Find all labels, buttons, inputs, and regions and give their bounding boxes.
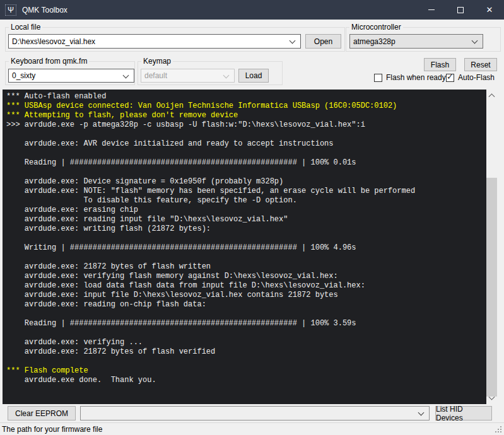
console-line: avrdude.exe: reading input file "D:\hexs… [6, 215, 486, 224]
status-bar: The path for your firmware file [0, 422, 504, 435]
console-line: avrdude.exe: input file D:\hexs\lesovoz_… [6, 291, 486, 300]
console-line: Reading | ##############################… [6, 319, 486, 328]
console-line: Writing | ##############################… [6, 243, 486, 253]
console-line [6, 234, 486, 243]
load-button[interactable]: Load [238, 69, 269, 83]
keymap-value: default [144, 71, 167, 80]
minimize-icon [428, 9, 435, 10]
keyboard-group-label: Keyboard from qmk.fm [9, 57, 89, 66]
auto-flash-checkmark: ✓ [447, 72, 454, 81]
scrollbar-up-button[interactable] [486, 90, 497, 100]
chevron-down-icon [223, 72, 230, 79]
console-line: avrdude.exe: 21872 bytes of flash verifi… [6, 347, 486, 357]
console-line: To disable this feature, specify the -D … [6, 196, 486, 206]
flash-when-ready-label[interactable]: Flash when ready [386, 73, 446, 83]
microcontroller-select[interactable]: atmega328p [349, 34, 483, 49]
local-file-input[interactable]: D:\hexs\lesovoz_vial.hex [8, 34, 301, 49]
console-line: avrdude.exe: verifying flash memory agai… [6, 272, 486, 281]
minimize-button[interactable] [417, 0, 446, 20]
chevron-up-icon [489, 93, 495, 100]
console-line: avrdude.exe: writing flash (21872 bytes)… [6, 224, 486, 234]
local-file-group-label: Local file [9, 23, 42, 32]
console-line [6, 357, 486, 366]
chevron-down-icon[interactable] [123, 72, 129, 79]
close-button[interactable]: ✕ [475, 0, 504, 20]
console-line: avrdude.exe: 21872 bytes of flash writte… [6, 262, 486, 272]
console-output[interactable]: *** Auto-flash enabled*** USBAsp device … [3, 90, 486, 404]
console-line: Reading | ##############################… [6, 158, 486, 168]
console-line [6, 149, 486, 158]
app-psi-icon: Ψ [5, 4, 16, 16]
console-line: *** USBAsp device connected: Van Ooijen … [6, 102, 486, 111]
flash-when-ready-checkbox[interactable]: ✓ [374, 74, 382, 82]
status-text: The path for your firmware file [2, 425, 102, 434]
keymap-select: default [141, 69, 235, 83]
chevron-down-icon[interactable] [290, 38, 296, 44]
auto-flash-checkbox[interactable]: ✓ [446, 74, 454, 82]
window-title: QMK Toolbox [22, 6, 67, 14]
maximize-button[interactable] [446, 0, 475, 20]
console-line: *** Flash complete [6, 366, 486, 376]
console-line [6, 130, 486, 139]
keyboard-select[interactable]: 0_sixty [8, 69, 134, 83]
console-line: avrdude.exe: NOTE: "flash" memory has be… [6, 187, 486, 196]
console-line [6, 328, 486, 338]
console-line: avrdude.exe: load data flash data from i… [6, 281, 486, 291]
microcontroller-value: atmega328p [353, 37, 396, 46]
console-line: avrdude.exe: Device signature = 0x1e950f… [6, 177, 486, 187]
keyboard-value: 0_sixty [12, 71, 35, 80]
console-line: *** Auto-flash enabled [6, 92, 486, 102]
maximize-icon [457, 7, 464, 13]
console-lines: *** Auto-flash enabled*** USBAsp device … [6, 92, 486, 385]
clear-eeprom-button[interactable]: Clear EEPROM [8, 406, 76, 420]
flash-button[interactable]: Flash [424, 58, 456, 71]
close-icon: ✕ [486, 6, 493, 14]
open-button[interactable]: Open [305, 34, 341, 49]
console-scrollbar[interactable] [486, 90, 497, 404]
qmk-toolbox-window: Ψ QMK Toolbox ✕ Local file D:\hexs\lesov… [0, 0, 504, 435]
console-line: >>> avrdude.exe -p atmega328p -c usbasp … [6, 120, 486, 130]
chevron-down-icon[interactable] [472, 38, 478, 44]
console-line: *** Attempting to flash, please don't re… [6, 111, 486, 120]
resize-grip-icon[interactable] [500, 431, 501, 432]
scrollbar-down-button[interactable] [486, 393, 497, 404]
console-line: avrdude.exe done. Thank you. [6, 376, 486, 385]
list-hid-devices-button[interactable]: List HID Devices [435, 406, 492, 420]
console-line: avrdude.exe: AVR device initialized and … [6, 139, 486, 149]
console-line: avrdude.exe: reading on-chip flash data: [6, 300, 486, 310]
auto-flash-label[interactable]: Auto-Flash [458, 73, 495, 83]
local-file-path: D:\hexs\lesovoz_vial.hex [12, 37, 95, 46]
scrollbar-thumb[interactable] [486, 178, 497, 397]
window-controls: ✕ [417, 0, 504, 20]
chevron-down-icon[interactable] [418, 410, 425, 416]
hid-device-select[interactable] [80, 406, 430, 420]
console-line [6, 253, 486, 262]
console-line [6, 168, 486, 177]
keymap-group-label: Keymap [141, 57, 173, 66]
reset-button[interactable]: Reset [464, 58, 497, 71]
console-line: avrdude.exe: verifying ... [6, 338, 486, 347]
console-line [6, 310, 486, 319]
console-line: avrdude.exe: erasing chip [6, 206, 486, 215]
chevron-down-icon [489, 394, 495, 400]
microcontroller-group-label: Microcontroller [349, 23, 403, 32]
titlebar: Ψ QMK Toolbox ✕ [0, 0, 504, 20]
